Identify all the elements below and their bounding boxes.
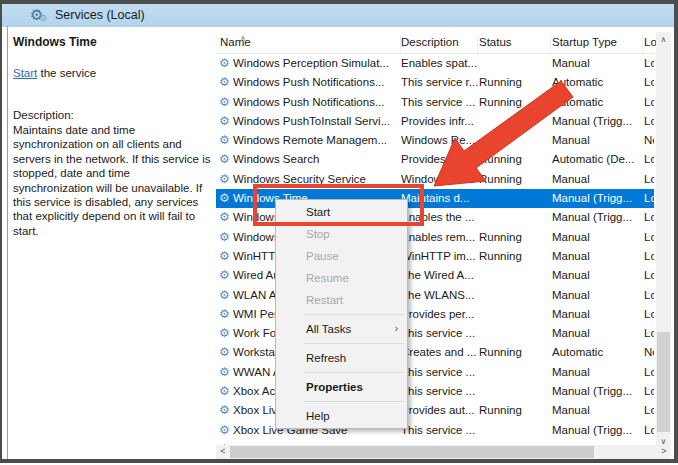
service-log-on-as: Loc bbox=[644, 93, 654, 112]
service-gear-icon: ⚙ bbox=[219, 208, 230, 227]
menu-separator bbox=[276, 340, 407, 347]
start-service-link[interactable]: Start bbox=[13, 67, 37, 79]
service-name: Windows Push Notifications... bbox=[233, 93, 399, 112]
service-description: The Wired A... bbox=[401, 266, 478, 285]
service-log-on-as: Ne bbox=[644, 131, 654, 150]
service-gear-icon: ⚙ bbox=[219, 266, 230, 285]
menu-separator bbox=[276, 369, 407, 376]
column-header-name[interactable]: ∧Name bbox=[220, 36, 401, 54]
service-startup-type: Manual bbox=[552, 324, 643, 343]
service-log-on-as: Loc bbox=[644, 112, 654, 131]
menu-item-help[interactable]: Help bbox=[276, 405, 407, 427]
menu-item-all-tasks[interactable]: All Tasks› bbox=[276, 318, 407, 340]
service-startup-type: Manual bbox=[552, 401, 643, 420]
service-log-on-as: Loc bbox=[644, 305, 654, 324]
service-status: Running bbox=[479, 73, 551, 92]
service-row[interactable]: ⚙Windows SearchProvides co...RunningAuto… bbox=[216, 150, 654, 169]
menu-item-refresh[interactable]: Refresh bbox=[276, 347, 407, 369]
service-log-on-as: Loc bbox=[644, 382, 654, 401]
service-log-on-as: Loc bbox=[644, 401, 654, 420]
menu-separator bbox=[276, 398, 407, 405]
service-startup-type: Automatic bbox=[552, 93, 643, 112]
service-name: Windows Search bbox=[233, 150, 399, 169]
service-status: Running bbox=[479, 228, 551, 247]
service-gear-icon: ⚙ bbox=[219, 73, 230, 92]
service-gear-icon: ⚙ bbox=[219, 401, 230, 420]
scroll-right-icon[interactable]: > bbox=[657, 445, 671, 459]
service-startup-type: Manual (Trigg... bbox=[552, 382, 643, 401]
service-description: This service r... bbox=[401, 73, 478, 92]
service-row[interactable]: ⚙Windows Remote Managem...Windows Re...M… bbox=[216, 131, 654, 150]
service-description: This service ... bbox=[401, 363, 478, 382]
service-log-on-as: Loc bbox=[644, 324, 654, 343]
service-status: Running bbox=[479, 150, 551, 169]
service-startup-type: Manual (Trigg... bbox=[552, 112, 643, 131]
service-gear-icon: ⚙ bbox=[219, 324, 230, 343]
service-gear-icon: ⚙ bbox=[219, 421, 230, 440]
service-startup-type: Automatic (De... bbox=[552, 150, 643, 169]
column-header-description[interactable]: Description bbox=[401, 36, 478, 54]
scroll-up-icon[interactable]: ∧ bbox=[656, 32, 671, 47]
service-log-on-as: Loc bbox=[644, 363, 654, 382]
service-gear-icon: ⚙ bbox=[219, 363, 230, 382]
service-action-line: Start the service bbox=[13, 67, 208, 79]
service-gear-icon: ⚙ bbox=[219, 189, 230, 208]
selected-service-name: Windows Time bbox=[13, 35, 208, 49]
service-log-on-as: Loc bbox=[644, 73, 654, 92]
service-row[interactable]: ⚙Windows PushToInstall Servi...Provides … bbox=[216, 112, 654, 131]
service-status: Running bbox=[479, 343, 551, 362]
service-log-on-as: Loc bbox=[644, 150, 654, 169]
service-gear-icon: ⚙ bbox=[219, 54, 230, 73]
service-log-on-as: Loc bbox=[644, 421, 654, 440]
service-log-on-as: Loc bbox=[644, 54, 654, 73]
service-startup-type: Manual bbox=[552, 266, 643, 285]
service-startup-type: Automatic bbox=[552, 343, 643, 362]
service-startup-type: Manual bbox=[552, 228, 643, 247]
menu-item-properties[interactable]: Properties bbox=[276, 376, 407, 398]
service-row[interactable]: ⚙Windows Push Notifications...This servi… bbox=[216, 73, 654, 92]
service-startup-type: Manual (Trigg... bbox=[552, 189, 643, 208]
service-status: Running bbox=[479, 247, 551, 266]
service-gear-icon: ⚙ bbox=[219, 247, 230, 266]
service-description: The WLANS... bbox=[401, 286, 478, 305]
annotation-highlight-box bbox=[253, 184, 424, 226]
service-gear-icon: ⚙ bbox=[219, 93, 230, 112]
service-description-pane: Windows Time Start the service Descripti… bbox=[8, 27, 216, 459]
service-startup-type: Manual bbox=[552, 247, 643, 266]
service-description: Enables rem... bbox=[401, 228, 478, 247]
service-log-on-as: Loc bbox=[644, 189, 654, 208]
horizontal-scrollbar[interactable]: < > bbox=[216, 445, 671, 459]
service-description: This service ... bbox=[401, 324, 478, 343]
sort-ascending-icon: ∧ bbox=[240, 36, 246, 43]
service-status: Running bbox=[479, 93, 551, 112]
service-description: WinHTTP im... bbox=[401, 247, 478, 266]
service-description: Windows Re... bbox=[401, 131, 478, 150]
service-startup-type: Manual bbox=[552, 363, 643, 382]
service-row[interactable]: ⚙Windows Push Notifications...This servi… bbox=[216, 93, 654, 112]
submenu-arrow-icon: › bbox=[395, 318, 398, 340]
service-name: Windows Remote Managem... bbox=[233, 131, 399, 150]
services-console-window: ⚙⚙ Services (Local) Windows Time Start t… bbox=[0, 0, 678, 463]
service-description: This service ... bbox=[401, 382, 478, 401]
console-header-band: ⚙⚙ Services (Local) bbox=[2, 4, 674, 27]
vertical-scrollbar-thumb[interactable] bbox=[657, 332, 670, 432]
service-gear-icon: ⚙ bbox=[219, 170, 230, 189]
service-gear-icon: ⚙ bbox=[219, 131, 230, 150]
scroll-left-icon[interactable]: < bbox=[216, 445, 230, 459]
service-description: Provides co... bbox=[401, 150, 478, 169]
menu-item-stop: Stop bbox=[276, 223, 407, 245]
vertical-scrollbar[interactable]: ∧ ∨ bbox=[656, 32, 671, 449]
service-description: This service ... bbox=[401, 421, 478, 440]
horizontal-scrollbar-thumb[interactable] bbox=[230, 446, 594, 458]
service-log-on-as: Loc bbox=[644, 170, 654, 189]
service-status: Running bbox=[479, 401, 551, 420]
service-log-on-as: Loc bbox=[644, 266, 654, 285]
action-suffix-text: the service bbox=[37, 67, 96, 79]
service-description: This service ... bbox=[401, 93, 478, 112]
service-name: Windows PushToInstall Servi... bbox=[233, 112, 399, 131]
service-log-on-as: Loc bbox=[644, 247, 654, 266]
service-startup-type: Manual (Trigg... bbox=[552, 208, 643, 227]
service-row[interactable]: ⚙Windows Perception Simulat...Enables sp… bbox=[216, 54, 654, 73]
column-header-startup-type[interactable]: Startup Type bbox=[552, 36, 643, 54]
column-header-status[interactable]: Status bbox=[479, 36, 551, 54]
